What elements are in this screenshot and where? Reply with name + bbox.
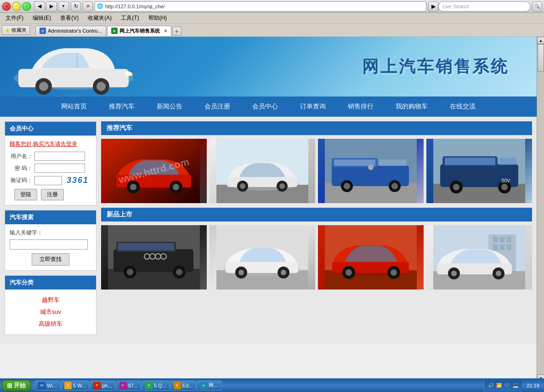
search-go-button[interactable]: 🔍 bbox=[532, 1, 542, 11]
scroll-up-button[interactable]: ▲ bbox=[537, 37, 544, 44]
car-category-section: 汽车分类 越野车 城市suv 高级轿车 bbox=[5, 275, 96, 335]
category-offroad[interactable]: 越野车 bbox=[10, 294, 91, 306]
username-row: 用户名： bbox=[10, 152, 91, 161]
captcha-label: 验证码： bbox=[10, 176, 33, 184]
address-bar[interactable]: 🌐 http://127.0.0.1/my/qi_che/ bbox=[95, 1, 426, 11]
taskbar-item-3[interactable]: P ph... bbox=[90, 381, 115, 391]
tab-car-sales[interactable]: e 网上汽车销售系统 ✕ bbox=[107, 26, 171, 36]
menu-tools[interactable]: 工具(T) bbox=[117, 13, 142, 23]
scroll-thumb[interactable] bbox=[538, 44, 544, 72]
taskbar-item-7[interactable]: e 网... bbox=[197, 381, 221, 391]
car-card-4[interactable]: S0V bbox=[426, 139, 532, 203]
login-prompt[interactable]: 顾客您好,购买汽车请先登录 bbox=[10, 140, 91, 148]
tab-bar: e Administrator's Contro... e 网上汽车销售系统 ✕… bbox=[35, 25, 181, 36]
captcha-code: 3361 bbox=[67, 176, 89, 185]
svg-point-52 bbox=[176, 269, 182, 275]
category-city-suv[interactable]: 城市suv bbox=[10, 306, 91, 318]
recommended-section: 推荐汽车 bbox=[101, 121, 532, 203]
car-image-6 bbox=[210, 225, 315, 290]
new-tab-button[interactable]: + bbox=[172, 27, 181, 36]
tray-icon-1: 🔊 bbox=[487, 382, 494, 389]
svg-point-6 bbox=[96, 82, 106, 91]
nav-cart[interactable]: 我的购物车 bbox=[385, 97, 439, 117]
site-header: 网上汽车销售系统 bbox=[0, 37, 537, 97]
login-button[interactable]: 登陆 bbox=[14, 189, 37, 200]
header-car-image bbox=[5, 37, 142, 97]
start-button[interactable]: ⊞ 开始 bbox=[2, 380, 31, 391]
car-search-button[interactable]: 立即查找 bbox=[32, 253, 69, 266]
site-title: 网上汽车销售系统 bbox=[362, 56, 509, 78]
car-card-7[interactable] bbox=[318, 225, 424, 290]
svg-point-29 bbox=[344, 183, 350, 189]
car-card-2[interactable] bbox=[210, 139, 315, 203]
site-nav: 网站首页 推荐汽车 新闻公告 会员注册 会员中心 订单查询 销售排行 我的购物车… bbox=[0, 97, 537, 117]
minimize-button[interactable]: − bbox=[12, 2, 21, 11]
nav-forum[interactable]: 在线交流 bbox=[439, 97, 487, 117]
car-card-6[interactable] bbox=[210, 225, 315, 290]
car-card-5[interactable] bbox=[101, 225, 207, 290]
svg-point-50 bbox=[127, 269, 133, 275]
member-center-content: 顾客您好,购买汽车请先登录 用户名： 密 码： bbox=[5, 136, 96, 205]
username-input[interactable] bbox=[34, 152, 85, 161]
back-button[interactable]: ◀ bbox=[34, 1, 45, 11]
register-button[interactable]: 注册 bbox=[41, 189, 64, 200]
refresh-button[interactable]: ↻ bbox=[71, 1, 81, 11]
taskbar-item-5[interactable]: 5 5 Q... bbox=[142, 381, 170, 391]
stop-button[interactable]: ✕ bbox=[83, 1, 93, 11]
svg-rect-27 bbox=[379, 159, 407, 166]
star-icon: ★ bbox=[5, 27, 10, 34]
nav-buttons: ◀ ▶ ▼ bbox=[34, 1, 69, 11]
car-card-3[interactable] bbox=[318, 139, 424, 203]
nav-orders[interactable]: 订单查询 bbox=[289, 97, 337, 117]
tab-close-icon[interactable]: ✕ bbox=[164, 28, 167, 34]
category-luxury[interactable]: 高级轿车 bbox=[10, 318, 91, 330]
tab-label-car: 网上汽车销售系统 bbox=[119, 28, 160, 34]
site-main: 会员中心 顾客您好,购买汽车请先登录 用户名： 密 码： bbox=[0, 117, 537, 344]
nav-recommend[interactable]: 推荐汽车 bbox=[98, 97, 146, 117]
dropdown-button[interactable]: ▼ bbox=[58, 1, 69, 11]
taskbar-item-4[interactable]: F 97... bbox=[116, 381, 141, 391]
close-button[interactable]: ✕ bbox=[2, 2, 11, 11]
taskbar-item-6[interactable]: E Ed... bbox=[170, 381, 196, 391]
car-card-8[interactable] bbox=[426, 225, 532, 290]
menu-edit[interactable]: 编辑(E) bbox=[29, 13, 55, 23]
taskbar-label-6: Ed... bbox=[182, 383, 193, 388]
search-bar[interactable]: Live Search bbox=[438, 1, 530, 11]
taskbar-label-3: ph... bbox=[102, 383, 112, 388]
car-search-input[interactable] bbox=[10, 239, 88, 250]
tab-admin[interactable]: e Administrator's Contro... bbox=[35, 26, 106, 36]
menu-help[interactable]: 帮助(H) bbox=[145, 13, 171, 23]
svg-point-70 bbox=[346, 269, 352, 276]
nav-home[interactable]: 网站首页 bbox=[50, 97, 98, 117]
keyword-label: 输入关键字： bbox=[10, 229, 91, 237]
svg-point-86 bbox=[496, 271, 501, 276]
car-search-title: 汽车搜索 bbox=[5, 210, 96, 224]
password-label: 密 码： bbox=[10, 165, 33, 172]
nav-register[interactable]: 会员注册 bbox=[193, 97, 241, 117]
tab-icon-admin: e bbox=[40, 28, 46, 34]
go-button[interactable]: ▶ bbox=[428, 1, 438, 11]
taskbar-icon-5: 5 bbox=[145, 382, 153, 389]
taskbar-item-2[interactable]: 5 5 W... bbox=[61, 381, 89, 391]
nav-sales-rank[interactable]: 销售排行 bbox=[337, 97, 385, 117]
menu-favorites[interactable]: 收藏夹(A) bbox=[84, 13, 115, 23]
captcha-input[interactable] bbox=[34, 176, 62, 185]
taskbar-item-1[interactable]: W Wi... bbox=[35, 381, 60, 391]
car-image-7 bbox=[318, 225, 424, 290]
car-category-content: 越野车 城市suv 高级轿车 bbox=[5, 290, 96, 335]
svg-rect-76 bbox=[500, 237, 504, 242]
nav-news[interactable]: 新闻公告 bbox=[146, 97, 193, 117]
maximize-button[interactable]: + bbox=[22, 2, 31, 11]
menu-file[interactable]: 文件(F) bbox=[2, 13, 27, 23]
forward-button[interactable]: ▶ bbox=[46, 1, 57, 11]
car-image-5 bbox=[101, 225, 207, 290]
password-input[interactable] bbox=[34, 164, 85, 173]
car-card-1[interactable]: www.httrd.com bbox=[101, 139, 207, 203]
car-category-title: 汽车分类 bbox=[5, 276, 96, 290]
taskbar-label-7: 网... bbox=[209, 382, 218, 389]
menu-view[interactable]: 查看(V) bbox=[57, 13, 82, 23]
taskbar-icon-7: e bbox=[200, 382, 207, 389]
bookmarks-button[interactable]: ★ 收藏夹 bbox=[2, 25, 30, 35]
nav-member-center[interactable]: 会员中心 bbox=[241, 97, 289, 117]
browser-content-area: 网上汽车销售系统 网站首页 推荐汽车 新闻公告 会员注册 会员中心 订单查询 销… bbox=[0, 37, 544, 382]
